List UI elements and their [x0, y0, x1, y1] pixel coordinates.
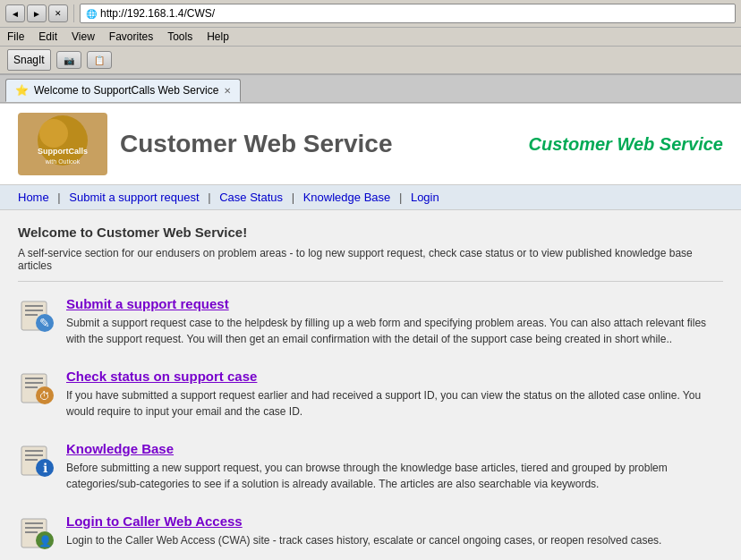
nav-login[interactable]: Login: [411, 191, 439, 204]
header-top: SupportCalls with Outlook Customer Web S…: [0, 104, 741, 184]
section-login: 👤 Login to Caller Web Access Login to th…: [18, 513, 723, 549]
login-title[interactable]: Login to Caller Web Access: [66, 513, 723, 529]
address-toolbar: ◄ ► ✕ 🌐 http://192.168.1.4/CWS/: [0, 0, 741, 28]
logo-inner: SupportCalls with Outlook: [27, 114, 98, 174]
check-icon-svg: ⏱: [18, 369, 54, 404]
stop-button[interactable]: ✕: [48, 4, 68, 22]
submit-icon-svg: ✎: [18, 296, 54, 332]
logo-area: SupportCalls with Outlook Customer Web S…: [18, 113, 393, 175]
section-kb: ℹ Knowledge Base Before submitting a new…: [18, 441, 723, 492]
svg-text:⏱: ⏱: [39, 390, 50, 403]
nav-case-status[interactable]: Case Status: [219, 191, 283, 204]
svg-rect-24: [25, 527, 43, 529]
submit-icon: ✎: [18, 296, 54, 332]
address-bar[interactable]: 🌐 http://192.168.1.4/CWS/: [80, 4, 736, 23]
menu-view[interactable]: View: [72, 30, 95, 43]
kb-icon-svg: ℹ: [18, 441, 54, 477]
login-desc: Login to the Caller Web Access (CWA) sit…: [66, 532, 723, 548]
svg-rect-6: [25, 310, 43, 311]
menu-help[interactable]: Help: [207, 30, 229, 43]
welcome-desc: A self-service section for our endusers …: [18, 247, 723, 282]
toolbar-btn1[interactable]: 📷: [56, 51, 81, 69]
login-icon: 👤: [18, 513, 54, 549]
snagit-label: SnagIt: [13, 54, 45, 66]
tab-bar: ⭐ Welcome to SupportCalls Web Service ✕: [0, 75, 741, 103]
submit-content: Submit a support request Submit a suppor…: [66, 296, 723, 347]
logo-image: SupportCalls with Outlook: [18, 113, 107, 175]
svg-text:ℹ: ℹ: [43, 461, 47, 475]
check-icon: ⏱: [18, 369, 54, 404]
check-title[interactable]: Check status on support case: [66, 369, 723, 384]
nav-sep4: |: [399, 191, 402, 204]
check-content: Check status on support case If you have…: [66, 369, 723, 420]
nav-sep3: |: [292, 191, 294, 204]
svg-text:✎: ✎: [39, 316, 50, 330]
submit-title[interactable]: Submit a support request: [66, 296, 723, 311]
check-desc: If you have submitted a support request …: [66, 387, 723, 420]
address-text: http://192.168.1.4/CWS/: [100, 7, 215, 20]
nav-bar: Home | Submit a support request | Case S…: [0, 184, 741, 209]
login-content: Login to Caller Web Access Login to the …: [66, 513, 723, 548]
nav-sep2: |: [208, 191, 210, 204]
menu-favorites[interactable]: Favorites: [109, 30, 153, 43]
login-icon-svg: 👤: [18, 513, 54, 549]
welcome-title: Welcome to Customer Web Service!: [18, 225, 723, 240]
fwd-button[interactable]: ►: [27, 4, 47, 22]
address-icon: 🌐: [86, 9, 97, 19]
nav-sep1: |: [57, 191, 60, 204]
kb-content: Knowledge Base Before submitting a new s…: [66, 441, 723, 492]
svg-rect-25: [25, 531, 38, 533]
service-title-area: Customer Web Service: [120, 130, 393, 158]
menu-file[interactable]: File: [7, 30, 24, 43]
svg-text:👤: 👤: [38, 534, 52, 547]
page-container: SupportCalls with Outlook Customer Web S…: [0, 104, 741, 560]
active-tab[interactable]: ⭐ Welcome to SupportCalls Web Service ✕: [5, 79, 241, 102]
svg-text:with Outlook: with Outlook: [45, 158, 81, 165]
menu-tools[interactable]: Tools: [167, 30, 192, 43]
menu-edit[interactable]: Edit: [38, 30, 57, 43]
nav-knowledge-base[interactable]: Knowledge Base: [303, 191, 391, 204]
nav-submit[interactable]: Submit a support request: [69, 191, 199, 204]
submit-desc: Submit a support request case to the hel…: [66, 315, 723, 347]
page-header: SupportCalls with Outlook Customer Web S…: [0, 104, 741, 210]
svg-rect-11: [25, 378, 43, 379]
kb-icon: ℹ: [18, 441, 54, 477]
svg-point-1: [39, 119, 68, 148]
svg-rect-7: [25, 314, 38, 316]
header-brand: Customer Web Service: [529, 134, 724, 155]
section-submit: ✎ Submit a support request Submit a supp…: [18, 296, 723, 347]
nav-home[interactable]: Home: [18, 191, 49, 204]
page-body: Welcome to Customer Web Service! A self-…: [0, 210, 741, 560]
browser-chrome: ◄ ► ✕ 🌐 http://192.168.1.4/CWS/ File Edi…: [0, 0, 741, 104]
tab-icon: ⭐: [15, 84, 29, 97]
tab-close-button[interactable]: ✕: [224, 86, 231, 96]
svg-rect-12: [25, 382, 43, 384]
tab-label: Welcome to SupportCalls Web Service: [34, 84, 218, 97]
kb-title[interactable]: Knowledge Base: [66, 441, 723, 456]
section-check: ⏱ Check status on support case If you ha…: [18, 369, 723, 420]
kb-desc: Before submitting a new support request,…: [66, 460, 723, 492]
svg-rect-5: [25, 305, 43, 307]
snagit-button[interactable]: SnagIt: [7, 49, 51, 71]
toolbar-btn2[interactable]: 📋: [87, 51, 112, 69]
browser-toolbar2: SnagIt 📷 📋: [0, 47, 741, 75]
logo-svg: SupportCalls with Outlook: [27, 114, 98, 172]
toolbar-separator: [73, 4, 74, 22]
back-button[interactable]: ◄: [5, 4, 25, 22]
svg-rect-19: [25, 459, 38, 461]
svg-rect-23: [25, 522, 43, 524]
svg-rect-13: [25, 386, 38, 388]
svg-text:SupportCalls: SupportCalls: [38, 147, 88, 156]
menu-bar: File Edit View Favorites Tools Help: [0, 28, 741, 47]
service-title: Customer Web Service: [120, 130, 393, 158]
nav-buttons: ◄ ► ✕: [5, 4, 68, 22]
svg-rect-18: [25, 454, 43, 456]
svg-rect-17: [25, 450, 43, 452]
